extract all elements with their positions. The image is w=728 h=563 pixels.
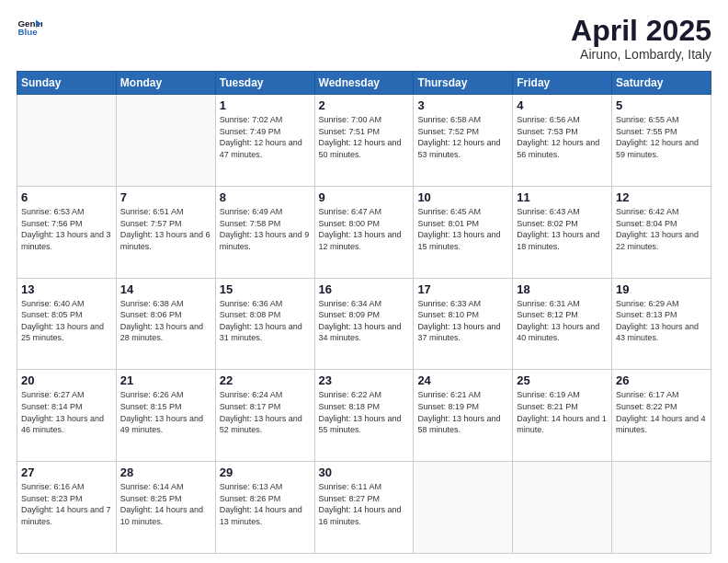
calendar-cell: 8Sunrise: 6:49 AM Sunset: 7:58 PM Daylig… [215,186,314,278]
day-info: Sunrise: 7:00 AM Sunset: 7:51 PM Dayligh… [319,114,410,160]
day-number: 11 [517,190,608,204]
weekday-header-friday: Friday [513,72,612,95]
calendar-cell: 1Sunrise: 7:02 AM Sunset: 7:49 PM Daylig… [215,95,314,187]
day-number: 5 [616,98,707,112]
calendar-cell [612,462,711,554]
calendar-cell: 3Sunrise: 6:58 AM Sunset: 7:52 PM Daylig… [414,95,513,187]
day-number: 10 [417,190,508,204]
day-number: 28 [120,465,211,479]
day-number: 23 [319,373,410,387]
day-info: Sunrise: 6:38 AM Sunset: 8:06 PM Dayligh… [120,298,211,344]
calendar-title: April 2025 [571,15,711,47]
weekday-header-thursday: Thursday [414,72,513,95]
calendar-cell: 27Sunrise: 6:16 AM Sunset: 8:23 PM Dayli… [17,462,117,554]
calendar-cell: 6Sunrise: 6:53 AM Sunset: 7:56 PM Daylig… [17,186,117,278]
calendar-cell: 19Sunrise: 6:29 AM Sunset: 8:13 PM Dayli… [612,278,711,370]
calendar-cell: 20Sunrise: 6:27 AM Sunset: 8:14 PM Dayli… [17,370,117,462]
calendar-page: General Blue April 2025 Airuno, Lombardy… [0,0,728,563]
day-info: Sunrise: 6:21 AM Sunset: 8:19 PM Dayligh… [417,389,508,435]
calendar-cell: 21Sunrise: 6:26 AM Sunset: 8:15 PM Dayli… [116,370,215,462]
weekday-header-row: SundayMondayTuesdayWednesdayThursdayFrid… [17,72,711,95]
calendar-cell: 12Sunrise: 6:42 AM Sunset: 8:04 PM Dayli… [612,186,711,278]
day-info: Sunrise: 6:40 AM Sunset: 8:05 PM Dayligh… [21,298,112,344]
day-number: 4 [517,98,608,112]
calendar-cell [513,462,612,554]
calendar-cell: 23Sunrise: 6:22 AM Sunset: 8:18 PM Dayli… [314,370,414,462]
calendar-cell: 28Sunrise: 6:14 AM Sunset: 8:25 PM Dayli… [116,462,215,554]
calendar-cell: 10Sunrise: 6:45 AM Sunset: 8:01 PM Dayli… [414,186,513,278]
day-info: Sunrise: 6:43 AM Sunset: 8:02 PM Dayligh… [517,206,608,252]
day-info: Sunrise: 6:17 AM Sunset: 8:22 PM Dayligh… [616,389,707,435]
day-number: 15 [220,282,311,296]
calendar-cell: 18Sunrise: 6:31 AM Sunset: 8:12 PM Dayli… [513,278,612,370]
day-number: 8 [220,190,311,204]
day-number: 22 [220,373,311,387]
calendar-subtitle: Airuno, Lombardy, Italy [571,47,711,62]
day-number: 12 [616,190,707,204]
day-info: Sunrise: 6:53 AM Sunset: 7:56 PM Dayligh… [21,206,112,252]
calendar-cell: 22Sunrise: 6:24 AM Sunset: 8:17 PM Dayli… [215,370,314,462]
day-number: 18 [517,282,608,296]
calendar-cell: 9Sunrise: 6:47 AM Sunset: 8:00 PM Daylig… [314,186,414,278]
day-info: Sunrise: 6:26 AM Sunset: 8:15 PM Dayligh… [120,389,211,435]
svg-text:Blue: Blue [17,27,38,37]
day-info: Sunrise: 6:55 AM Sunset: 7:55 PM Dayligh… [616,114,707,160]
calendar-cell: 11Sunrise: 6:43 AM Sunset: 8:02 PM Dayli… [513,186,612,278]
day-info: Sunrise: 6:22 AM Sunset: 8:18 PM Dayligh… [319,389,410,435]
day-info: Sunrise: 6:36 AM Sunset: 8:08 PM Dayligh… [220,298,311,344]
day-info: Sunrise: 6:42 AM Sunset: 8:04 PM Dayligh… [616,206,707,252]
day-number: 19 [616,282,707,296]
calendar-cell [116,95,215,187]
logo: General Blue [17,15,44,40]
day-info: Sunrise: 6:58 AM Sunset: 7:52 PM Dayligh… [417,114,508,160]
day-number: 9 [319,190,410,204]
day-info: Sunrise: 6:19 AM Sunset: 8:21 PM Dayligh… [517,389,608,435]
calendar-cell: 30Sunrise: 6:11 AM Sunset: 8:27 PM Dayli… [314,462,414,554]
day-number: 30 [319,465,410,479]
day-info: Sunrise: 6:29 AM Sunset: 8:13 PM Dayligh… [616,298,707,344]
day-info: Sunrise: 6:34 AM Sunset: 8:09 PM Dayligh… [319,298,410,344]
day-info: Sunrise: 6:47 AM Sunset: 8:00 PM Dayligh… [319,206,410,252]
day-info: Sunrise: 6:51 AM Sunset: 7:57 PM Dayligh… [120,206,211,252]
day-info: Sunrise: 6:13 AM Sunset: 8:26 PM Dayligh… [220,481,311,527]
day-info: Sunrise: 7:02 AM Sunset: 7:49 PM Dayligh… [220,114,311,160]
day-number: 25 [517,373,608,387]
day-number: 6 [21,190,112,204]
calendar-cell: 16Sunrise: 6:34 AM Sunset: 8:09 PM Dayli… [314,278,414,370]
day-number: 27 [21,465,112,479]
day-info: Sunrise: 6:11 AM Sunset: 8:27 PM Dayligh… [319,481,410,527]
calendar-cell: 7Sunrise: 6:51 AM Sunset: 7:57 PM Daylig… [116,186,215,278]
calendar-cell: 25Sunrise: 6:19 AM Sunset: 8:21 PM Dayli… [513,370,612,462]
day-number: 17 [417,282,508,296]
day-number: 1 [220,98,311,112]
day-info: Sunrise: 6:24 AM Sunset: 8:17 PM Dayligh… [220,389,311,435]
calendar-cell: 2Sunrise: 7:00 AM Sunset: 7:51 PM Daylig… [314,95,414,187]
calendar-cell: 15Sunrise: 6:36 AM Sunset: 8:08 PM Dayli… [215,278,314,370]
day-number: 21 [120,373,211,387]
day-number: 7 [120,190,211,204]
calendar-cell: 13Sunrise: 6:40 AM Sunset: 8:05 PM Dayli… [17,278,117,370]
weekday-header-monday: Monday [116,72,215,95]
day-number: 24 [417,373,508,387]
calendar-cell [17,95,117,187]
day-info: Sunrise: 6:14 AM Sunset: 8:25 PM Dayligh… [120,481,211,527]
calendar-cell: 24Sunrise: 6:21 AM Sunset: 8:19 PM Dayli… [414,370,513,462]
calendar-cell: 29Sunrise: 6:13 AM Sunset: 8:26 PM Dayli… [215,462,314,554]
day-number: 13 [21,282,112,296]
day-info: Sunrise: 6:27 AM Sunset: 8:14 PM Dayligh… [21,389,112,435]
logo-icon: General Blue [17,15,42,40]
header: General Blue April 2025 Airuno, Lombardy… [17,15,711,62]
day-number: 26 [616,373,707,387]
title-block: April 2025 Airuno, Lombardy, Italy [571,15,711,62]
calendar-cell [414,462,513,554]
day-number: 3 [417,98,508,112]
calendar-table: SundayMondayTuesdayWednesdayThursdayFrid… [17,71,711,554]
day-info: Sunrise: 6:56 AM Sunset: 7:53 PM Dayligh… [517,114,608,160]
weekday-header-tuesday: Tuesday [215,72,314,95]
day-number: 29 [220,465,311,479]
calendar-cell: 14Sunrise: 6:38 AM Sunset: 8:06 PM Dayli… [116,278,215,370]
calendar-cell: 4Sunrise: 6:56 AM Sunset: 7:53 PM Daylig… [513,95,612,187]
weekday-header-wednesday: Wednesday [314,72,414,95]
calendar-cell: 26Sunrise: 6:17 AM Sunset: 8:22 PM Dayli… [612,370,711,462]
day-info: Sunrise: 6:31 AM Sunset: 8:12 PM Dayligh… [517,298,608,344]
